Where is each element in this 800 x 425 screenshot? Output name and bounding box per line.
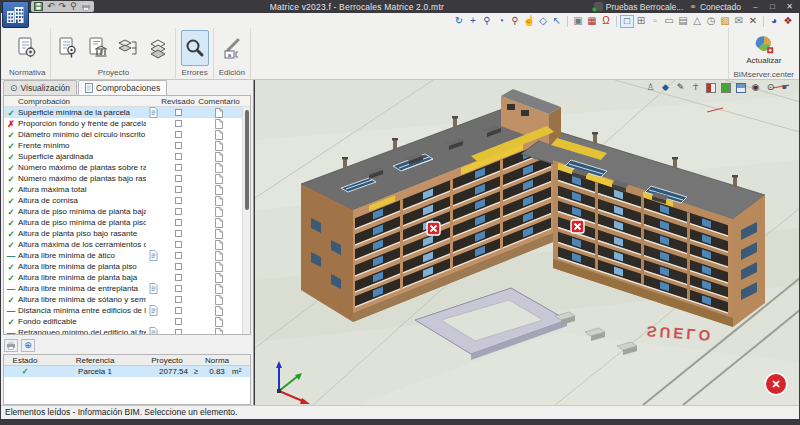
comment-icon[interactable] [196,207,242,217]
reviewed-checkbox[interactable] [175,274,182,281]
image-icon[interactable]: ▧ [718,15,732,28]
orbit-3d-icon[interactable]: ◔ [494,15,508,28]
hand-icon[interactable]: ☝ [522,15,536,28]
reviewed-checkbox[interactable] [175,241,182,248]
reviewed-checkbox[interactable] [175,263,182,270]
person-icon[interactable]: ♙ [645,82,656,93]
connection-chip[interactable]: ⚭ Conectado [689,2,741,12]
check-row[interactable]: ✓Altura máxima total [4,184,242,195]
comment-icon[interactable] [196,262,242,272]
visibility-icon[interactable]: ⊙ [765,82,776,93]
viewport-3d[interactable]: ♙◆✎☥◉⊙☛ [255,80,799,405]
account-chip[interactable]: Pruebas Berrocale... [594,2,683,12]
tab-visualizacion[interactable]: ⊙ Visualización [3,80,77,95]
comment-icon[interactable] [196,273,242,283]
viewport-close-button[interactable]: ✕ [766,374,786,394]
split-view-icon[interactable] [705,82,716,93]
reviewed-checkbox[interactable] [175,329,182,334]
comment-icon[interactable] [196,119,242,129]
magnet-icon[interactable]: Ω [599,15,613,28]
result-row[interactable]: ✓ Parcela 1 2077.54 ≥ 0.83 m² [4,366,250,377]
camera-icon[interactable]: ▭ [662,15,676,28]
check-row[interactable]: ✓Frente mínimo [4,140,242,151]
report-icon[interactable] [4,339,18,352]
reviewed-checkbox[interactable] [175,230,182,237]
save-icon[interactable] [34,2,43,11]
check-row[interactable]: ✗Proporción fondo y frente de parcela [4,118,242,129]
check-row[interactable]: ✓Altura de planta piso bajo rasante [4,228,242,239]
proyecto-ubicacion-button[interactable] [54,30,82,66]
isolate-icon[interactable] [720,82,731,93]
check-row[interactable]: —Altura libre mínima de entreplanta [4,283,242,294]
comment-icon[interactable] [196,295,242,305]
reviewed-checkbox[interactable] [175,120,182,127]
reviewed-checkbox[interactable] [175,109,182,116]
app-icon[interactable] [2,1,29,28]
check-row[interactable]: ✓Altura de piso mínima de planta baja [4,206,242,217]
comment-icon[interactable] [196,141,242,151]
zoom-to-element-icon[interactable]: ⊕ [21,339,35,352]
errores-button[interactable] [181,30,209,66]
comment-icon[interactable] [196,218,242,228]
scale-icon[interactable]: △ [690,15,704,28]
comment-icon[interactable] [196,108,242,118]
zoom-window-icon[interactable]: ⚲ [480,15,494,28]
comment-icon[interactable] [196,163,242,173]
window-icon[interactable]: ▣ [571,15,585,28]
proyecto-capas-button[interactable] [144,30,172,66]
check-row[interactable]: ✓Diámetro mínimo del círculo inscrito e.… [4,129,242,140]
web-icon[interactable]: ◕ [767,15,781,28]
proyecto-organismo-button[interactable] [84,30,112,66]
print-icon[interactable] [81,2,91,11]
window-view-icon[interactable] [735,82,746,93]
proyecto-estructura-button[interactable] [114,30,142,66]
reviewed-checkbox[interactable] [175,153,182,160]
reviewed-checkbox[interactable] [175,219,182,226]
pan-icon[interactable]: + [466,15,480,28]
shield-icon[interactable]: ◆ [660,82,671,93]
comment-icon[interactable] [196,196,242,206]
undo-icon[interactable]: ↶ [47,2,55,11]
grab-icon[interactable]: ☛ [780,82,791,93]
reviewed-checkbox[interactable] [175,296,182,303]
normativa-button[interactable] [13,30,41,66]
reviewed-checkbox[interactable] [175,131,182,138]
scrollbar-thumb[interactable] [245,110,249,210]
check-row[interactable]: ✓Altura máxima de los cerramientos de l.… [4,239,242,250]
comment-icon[interactable] [196,130,242,140]
check-row[interactable]: ✓Fondo edificable [4,316,242,327]
comment-icon[interactable] [196,240,242,250]
grid-icon[interactable]: ⊞ [634,15,648,28]
note-icon[interactable]: ✉ [732,15,746,28]
maximize-button[interactable]: □ [764,0,781,13]
norm-doc-icon[interactable] [146,327,160,334]
brand-icon[interactable]: ❖ [781,15,795,28]
rotate-figure-icon[interactable]: ☥ [690,82,701,93]
pen-icon[interactable]: ✎ [675,82,686,93]
reviewed-checkbox[interactable] [175,164,182,171]
check-row[interactable]: ✓Superficie ajardinada [4,151,242,162]
comment-icon[interactable] [196,284,242,294]
globe-icon[interactable]: ◉ [750,82,761,93]
reviewed-checkbox[interactable] [175,307,182,314]
reviewed-checkbox[interactable] [175,252,182,259]
norm-doc-icon[interactable] [146,250,160,261]
checks-scrollbar[interactable] [242,107,250,334]
comment-icon[interactable] [196,174,242,184]
norm-doc-icon[interactable] [146,283,160,294]
reviewed-checkbox[interactable] [175,175,182,182]
check-row[interactable]: ✓Número máximo de plantas bajo rasante [4,173,242,184]
orbit-icon[interactable]: ↻ [452,15,466,28]
frame-icon[interactable]: □ [620,15,634,28]
search-icon[interactable]: ⚲ [70,2,77,11]
check-row[interactable]: —Retranqueo mínimo del edificio al frent… [4,327,242,334]
check-row[interactable]: ✓Superficie mínima de la parcela [4,107,242,118]
grid-snap-icon[interactable]: ▦ [585,15,599,28]
reviewed-checkbox[interactable] [175,142,182,149]
check-row[interactable]: ✓Altura libre mínima de sótano y semi-s.… [4,294,242,305]
close-button[interactable]: ✕ [781,0,798,13]
check-row[interactable]: —Altura libre mínima de ático [4,250,242,261]
comment-icon[interactable] [196,317,242,327]
comment-icon[interactable] [196,328,242,335]
reviewed-checkbox[interactable] [175,197,182,204]
